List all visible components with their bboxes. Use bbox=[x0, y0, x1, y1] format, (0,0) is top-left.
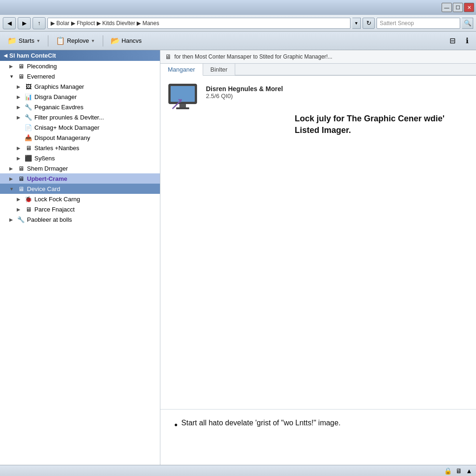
sidebar-item-upbert[interactable]: ▶ 🖥 Upbert-Crame bbox=[0, 173, 160, 184]
tab-manganer[interactable]: Manganer bbox=[160, 64, 203, 76]
sidebar-item-peganaic[interactable]: ▶ 🔧 Peganaic Eavdres bbox=[0, 102, 160, 112]
address-dropdown-button[interactable]: ▼ bbox=[352, 18, 361, 29]
sidebar-item-label: Filter prounles & Devlter... bbox=[34, 114, 104, 121]
tree-chevron-icon: ▶ bbox=[17, 156, 24, 161]
sidebar-item-filter[interactable]: ▶ 🔧 Filter prounles & Devlter... bbox=[0, 112, 160, 122]
tab-binlter-label: Binlter bbox=[211, 66, 228, 73]
sidebar-item-label: Disgra Danager bbox=[34, 93, 77, 100]
sidebar-item-label: Starles +Nanbes bbox=[34, 145, 79, 152]
sidebar-item-label: Evernered bbox=[27, 73, 55, 80]
refresh-button[interactable]: ↻ bbox=[363, 18, 375, 29]
sidebar-item-label: Peganaic Eavdres bbox=[34, 104, 84, 111]
sidebar-item-label: Paobleer at bolls bbox=[27, 216, 72, 223]
annotation-text: Lock july for The Graphic Cener wdie' Li… bbox=[295, 114, 444, 135]
address-bar: ◀ ▶ ↑ ▶ Bolar ▶ Fhploct ▶ Kitds Dievlter… bbox=[0, 15, 476, 32]
sidebar-item-shem[interactable]: ▶ 🖥 Shem Drmager bbox=[0, 163, 160, 173]
hancvs-icon: 📂 bbox=[111, 36, 120, 45]
tab-separator bbox=[235, 64, 476, 75]
device-info: Disren Hegnules & Morel 2.5/6 QI0) bbox=[206, 83, 283, 99]
sidebar-item-pleconding[interactable]: ▶ 🖥 Pleconding bbox=[0, 61, 160, 71]
hancvs-label: Hancvs bbox=[122, 37, 142, 44]
status-bar: 🔒 🖥 ▲ bbox=[0, 465, 476, 476]
sidebar-item-parce[interactable]: ▶ 🖥 Parce Fnajacct bbox=[0, 204, 160, 214]
status-arrow-icon[interactable]: ▲ bbox=[466, 467, 472, 475]
toolbar-separator-1 bbox=[48, 35, 48, 46]
toolbar-separator-2 bbox=[103, 35, 103, 46]
toolbar-starts[interactable]: 📁 Starts ▼ bbox=[4, 34, 44, 47]
device-icon-area bbox=[168, 83, 200, 116]
tree-chevron-icon: ▶ bbox=[17, 207, 24, 212]
sidebar-item-dispout[interactable]: 📥 Dispout Managerany bbox=[0, 132, 160, 143]
toolbar-replove[interactable]: 📋 Replove ▼ bbox=[52, 34, 99, 47]
tree-chevron-icon: ▶ bbox=[17, 94, 24, 99]
sidebar-item-device-card[interactable]: ▼ 🖥 Device Card bbox=[0, 184, 160, 194]
address-field[interactable]: ▶ Bolar ▶ Fhploct ▶ Kitds Dievlter ▶ Man… bbox=[47, 18, 350, 29]
sidebar-item-evernered[interactable]: ▼ 🖥 Evernered bbox=[0, 71, 160, 81]
replove-label: Replove bbox=[67, 37, 89, 44]
starts-chevron-icon: ▼ bbox=[36, 39, 40, 43]
toolbar-info[interactable]: ℹ bbox=[462, 34, 472, 47]
starles-icon: 🖥 bbox=[24, 144, 33, 152]
minimize-button[interactable]: — bbox=[442, 3, 452, 12]
sidebar-item-label: Graphics Manager bbox=[34, 83, 84, 90]
device-version: 2.5/6 QI0) bbox=[206, 93, 283, 99]
lock-fock-icon: 🐞 bbox=[24, 195, 33, 203]
peganaic-icon: 🔧 bbox=[24, 103, 33, 111]
filter-icon: 🔧 bbox=[24, 113, 33, 121]
upbert-icon: 🖥 bbox=[17, 175, 25, 182]
content-header: 🖥 for then Most Conter Mansaper to Stite… bbox=[160, 50, 476, 64]
toolbar-hancvs[interactable]: 📂 Hancvs bbox=[107, 34, 145, 47]
status-lock-icon[interactable]: 🔒 bbox=[444, 467, 452, 475]
sidebar-item-paobleer[interactable]: ▶ 🔧 Paobleer at bolls bbox=[0, 214, 160, 225]
device-card-icon: 🖥 bbox=[17, 185, 25, 192]
cnisag-icon: 📄 bbox=[24, 124, 33, 131]
sybens-icon: ⬛ bbox=[24, 154, 33, 162]
svg-rect-3 bbox=[176, 107, 189, 109]
svg-rect-1 bbox=[171, 86, 195, 102]
sidebar-item-lock-fock[interactable]: ▶ 🐞 Lock Fock Carng bbox=[0, 194, 160, 204]
status-screen-icon[interactable]: 🖥 bbox=[456, 467, 462, 475]
sidebar-item-disgra-danager[interactable]: ▶ 📊 Disgra Danager bbox=[0, 92, 160, 102]
close-button[interactable]: ✕ bbox=[464, 3, 474, 12]
shem-icon: 🖥 bbox=[17, 165, 25, 172]
sidebar: ◀ Sl ham ConteClt ▶ 🖥 Pleconding ▼ 🖥 Eve… bbox=[0, 50, 160, 465]
content-panel: 🖥 for then Most Conter Mansaper to Stite… bbox=[160, 50, 476, 465]
evernered-icon: 🖥 bbox=[17, 73, 25, 80]
search-button[interactable]: 🔍 bbox=[462, 18, 473, 29]
tree-chevron-icon: ▶ bbox=[17, 197, 24, 202]
window: — ☐ ✕ ◀ ▶ ↑ ▶ Bolar ▶ Fhploct ▶ Kitds Di… bbox=[0, 0, 476, 476]
sidebar-item-graphics-manager[interactable]: ▶ 🖼 Graphics Manager bbox=[0, 81, 160, 92]
replove-chevron-icon: ▼ bbox=[91, 39, 95, 43]
toolbar-view[interactable]: ⊟ bbox=[446, 34, 459, 47]
tree-chevron-icon: ▶ bbox=[9, 166, 17, 171]
sidebar-header: ◀ Sl ham ConteClt bbox=[0, 50, 160, 61]
title-bar-buttons: — ☐ ✕ bbox=[442, 3, 474, 12]
search-field[interactable]: Sattert Sneop bbox=[377, 18, 460, 29]
paobleer-icon: 🔧 bbox=[17, 216, 25, 223]
tab-binlter[interactable]: Binlter bbox=[203, 64, 236, 75]
tree-chevron-icon: ▶ bbox=[9, 217, 17, 222]
sidebar-item-label: Dispout Managerany bbox=[34, 134, 90, 141]
sidebar-item-starles[interactable]: ▶ 🖥 Starles +Nanbes bbox=[0, 143, 160, 153]
starts-icon: 📁 bbox=[7, 36, 17, 45]
sidebar-item-label: Lock Fock Carng bbox=[34, 196, 80, 203]
main-area: ◀ Sl ham ConteClt ▶ 🖥 Pleconding ▼ 🖥 Eve… bbox=[0, 50, 476, 465]
bullet-text: Start all hato develate 'grist of "wo Ln… bbox=[181, 419, 341, 427]
back-button[interactable]: ◀ bbox=[3, 17, 16, 29]
maximize-button[interactable]: ☐ bbox=[453, 3, 463, 12]
content-tabs: Manganer Binlter bbox=[160, 64, 476, 76]
view-icon: ⊟ bbox=[450, 36, 456, 45]
address-text: ▶ Bolar ▶ Fhploct ▶ Kitds Dievlter ▶ Man… bbox=[51, 20, 159, 26]
bullet-point: • Start all hato develate 'grist of "wo … bbox=[174, 419, 462, 431]
forward-button[interactable]: ▶ bbox=[18, 17, 31, 29]
tree-chevron-icon: ▶ bbox=[17, 115, 24, 120]
bullet-dot-icon: • bbox=[174, 419, 178, 431]
sidebar-item-label: Cnisag+ Mock Damager bbox=[34, 124, 99, 131]
tree-chevron-icon: ▶ bbox=[9, 64, 17, 69]
sidebar-item-cnisag[interactable]: 📄 Cnisag+ Mock Damager bbox=[0, 122, 160, 132]
search-icon: 🔍 bbox=[464, 20, 471, 26]
pleconding-icon: 🖥 bbox=[17, 62, 25, 70]
up-button[interactable]: ↑ bbox=[33, 17, 46, 29]
sidebar-item-sybens[interactable]: ▶ ⬛ Syßens bbox=[0, 153, 160, 163]
content-body: Disren Hegnules & Morel 2.5/6 QI0) Lock … bbox=[160, 76, 476, 409]
